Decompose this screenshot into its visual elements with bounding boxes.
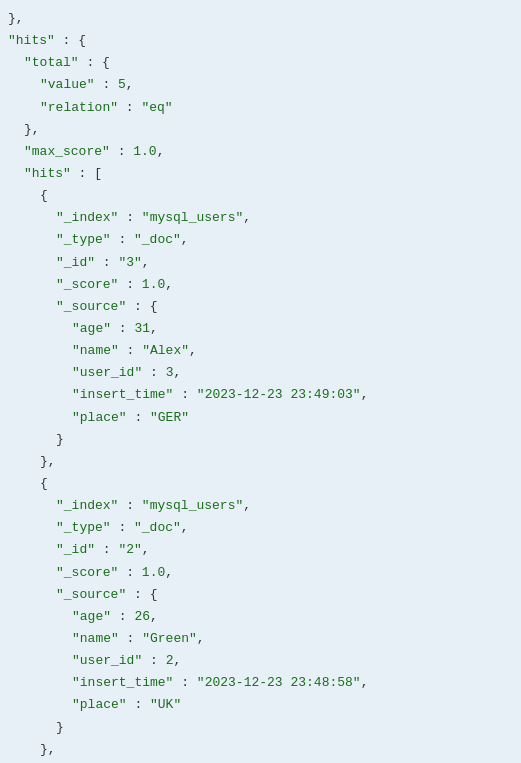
code-line: } (0, 717, 521, 739)
code-line: "user_id" : 3, (0, 362, 521, 384)
code-line: "insert_time" : "2023-12-23 23:48:58", (0, 672, 521, 694)
code-line: "relation" : "eq" (0, 97, 521, 119)
code-line: } (0, 429, 521, 451)
code-line: "age" : 26, (0, 606, 521, 628)
code-line: }, (0, 739, 521, 761)
code-line: "_index" : "mysql_users", (0, 495, 521, 517)
code-line: "_index" : "mysql_users", (0, 207, 521, 229)
code-line: "_type" : "_doc", (0, 517, 521, 539)
code-line: "_score" : 1.0, (0, 562, 521, 584)
code-viewer: },"hits" : {"total" : {"value" : 5,"rela… (0, 0, 521, 763)
code-line: "hits" : [ (0, 163, 521, 185)
code-line: "hits" : { (0, 30, 521, 52)
code-line: { (0, 185, 521, 207)
code-line: "user_id" : 2, (0, 650, 521, 672)
code-line: "_type" : "_doc", (0, 229, 521, 251)
code-line: "name" : "Alex", (0, 340, 521, 362)
code-line: "total" : { (0, 52, 521, 74)
code-line: }, (0, 119, 521, 141)
code-line: "name" : "Green", (0, 628, 521, 650)
code-line: "place" : "GER" (0, 407, 521, 429)
code-line: "_id" : "2", (0, 539, 521, 561)
code-line: "_score" : 1.0, (0, 274, 521, 296)
code-line: "age" : 31, (0, 318, 521, 340)
code-line: { (0, 473, 521, 495)
code-line: "_source" : { (0, 296, 521, 318)
code-line: "max_score" : 1.0, (0, 141, 521, 163)
code-line: "_source" : { (0, 584, 521, 606)
code-line: }, (0, 8, 521, 30)
code-line: "_id" : "3", (0, 252, 521, 274)
code-line: "insert_time" : "2023-12-23 23:49:03", (0, 384, 521, 406)
code-line: "value" : 5, (0, 74, 521, 96)
code-line: }, (0, 451, 521, 473)
code-line: "place" : "UK" (0, 694, 521, 716)
